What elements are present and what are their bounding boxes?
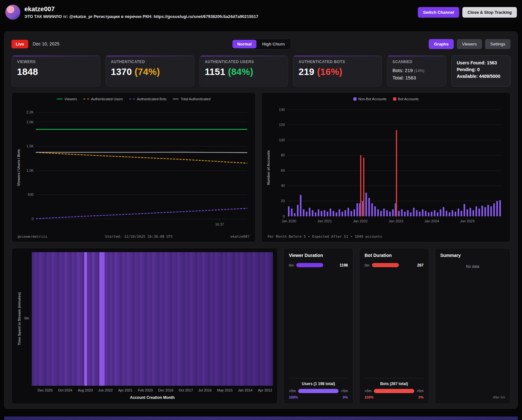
heatmap-column: [117, 252, 120, 386]
mode-toggle: Normal High Churn: [231, 38, 291, 50]
summary-after-note: After 5m: [440, 396, 505, 399]
legend-item: Authenticated Users: [83, 97, 123, 101]
heatmap-column: [125, 252, 127, 386]
dashboard-panel: Live Dec 10, 2025 Normal High Churn Grap…: [4, 31, 518, 409]
line-chart-plot: 05001.0K1.5K2.0K2.2K16:37: [21, 102, 251, 233]
heatmap-column: [77, 252, 80, 386]
heatmap-column: [167, 252, 170, 386]
heatmap-column: [185, 252, 188, 386]
legend-item: Authenticated Bots: [129, 97, 166, 101]
time-spent-heatmap-panel: Time Spent in Stream (minutes) 0m Dec 20…: [12, 248, 278, 404]
heatmap-column: [157, 252, 160, 386]
switch-channel-button[interactable]: Switch Channel: [418, 7, 459, 18]
close-stop-tracking-button[interactable]: Close & Stop Tracking: [462, 7, 517, 18]
svg-text:60: 60: [281, 168, 285, 172]
heatmap-column: [54, 252, 57, 386]
tab-graphs[interactable]: Graphs: [429, 39, 454, 49]
tab-settings[interactable]: Settings: [485, 39, 510, 49]
heatmap-column: [97, 252, 100, 386]
stat-number: 219: [299, 67, 314, 77]
summary-title: Summary: [440, 253, 505, 258]
svg-text:20: 20: [281, 199, 285, 202]
heatmap-column: [37, 252, 39, 386]
legend-swatch: [57, 99, 63, 99]
heatmap-column: [132, 252, 135, 386]
svg-text:80: 80: [281, 153, 285, 157]
heatmap-column: [263, 252, 265, 386]
stat-value: 1370 (74%): [111, 67, 189, 77]
heatmap-x-axis-label: Account Creation Month: [16, 392, 273, 400]
users-found-line: Users Found: 1563: [457, 60, 505, 66]
heatmap-column: [253, 252, 255, 386]
heatmap-column: [42, 252, 44, 386]
viewer-duration-value: 1198: [340, 263, 348, 268]
channel-name: ekatze007: [24, 5, 258, 13]
bot-left-percent: 100%: [365, 395, 374, 399]
stat-card-authenticated: AUTHENTICATED 1370 (74%): [105, 55, 194, 86]
heatmap-column: [225, 252, 228, 386]
heatmap-column: [255, 252, 258, 386]
legend-label: Bot Accounts: [398, 97, 419, 101]
pending-line: Pending: 0: [457, 66, 505, 73]
available-line: Available: 4409/5000: [457, 73, 505, 80]
scanned-total-line: Total: 1563: [392, 74, 441, 81]
heatmap-column: [235, 252, 238, 386]
svg-text:Jan 2025: Jan 2025: [460, 219, 475, 223]
heatmap-column: [82, 252, 85, 386]
heatmap-column: [147, 252, 150, 386]
chart-start-time: Started: 12/10/2025 16:36:08 UTC: [105, 235, 173, 239]
bot-duration-value: 267: [417, 263, 424, 268]
stat-card-authenticated-users: AUTHENTICATED USERS 1151 (84%): [199, 55, 288, 86]
svg-text:Jan 2022: Jan 2022: [353, 219, 368, 223]
heatmap-column: [205, 252, 207, 386]
viewer-duration-bar: [296, 263, 323, 267]
stat-percent: (84%): [228, 67, 253, 77]
tab-viewers[interactable]: Viewers: [457, 39, 482, 49]
heatmap-x-tick: May 2015: [217, 388, 232, 392]
heatmap-column: [170, 252, 173, 386]
summary-no-data: No data: [440, 264, 505, 269]
mode-high-churn-button[interactable]: High Churn: [257, 40, 290, 48]
mode-normal-button[interactable]: Normal: [232, 40, 257, 48]
legend-item: Viewers: [57, 97, 77, 101]
legend-item: Non-Bot Accounts: [353, 97, 387, 101]
stat-value: 1848: [17, 67, 95, 77]
heatmap-column: [202, 252, 205, 386]
heatmap-column: [110, 252, 112, 386]
heatmap-column: [265, 252, 268, 386]
heatmap-y-tick: 0m: [22, 252, 32, 386]
viewer-duration-bucket-label: 0m: [289, 263, 294, 267]
heatmap-column: [213, 252, 215, 386]
svg-text:Jan 2024: Jan 2024: [425, 219, 439, 223]
heatmap-column: [268, 252, 270, 386]
heatmap-x-tick: Dec 2018: [158, 388, 173, 392]
heatmap-column: [232, 252, 235, 386]
svg-text:100: 100: [279, 138, 285, 142]
heatmap-column: [47, 252, 49, 386]
heatmap-column: [44, 252, 47, 386]
heatmap-column: [69, 252, 72, 386]
heatmap-column: [127, 252, 130, 386]
heatmap-column: [107, 252, 110, 386]
bot-duration-title: Bot Duration: [365, 253, 424, 258]
heatmap-column: [57, 252, 59, 386]
heatmap-column: [142, 252, 145, 386]
svg-text:Jan 2021: Jan 2021: [317, 219, 332, 223]
viewer-total-label: Users (1 198 total): [289, 382, 348, 386]
heatmap-column: [155, 252, 157, 386]
scanned-bots-line: Bots: 219 (14%): [392, 67, 441, 74]
top-header: ekatze007 ЭТО ТАК МИИИЛО тг: @ekatze_pr …: [0, 0, 522, 24]
legend-swatch: [129, 99, 135, 99]
heatmap-column: [105, 252, 107, 386]
stat-label: AUTHENTICATED USERS: [205, 60, 283, 64]
heatmap-column: [238, 252, 240, 386]
heatmap-column: [187, 252, 190, 386]
svg-text:0: 0: [32, 217, 34, 220]
account-creation-bar-chart-panel: Non-Bot AccountsBot Accounts Number of A…: [261, 92, 510, 242]
heatmap-column: [217, 252, 220, 386]
heatmap-plot: [32, 252, 273, 386]
heatmap-x-tick: Jun 2022: [98, 388, 113, 392]
heatmap-column: [140, 252, 142, 386]
legend-item: Total Authenticated: [173, 97, 210, 101]
footer-bar: [4, 416, 518, 420]
